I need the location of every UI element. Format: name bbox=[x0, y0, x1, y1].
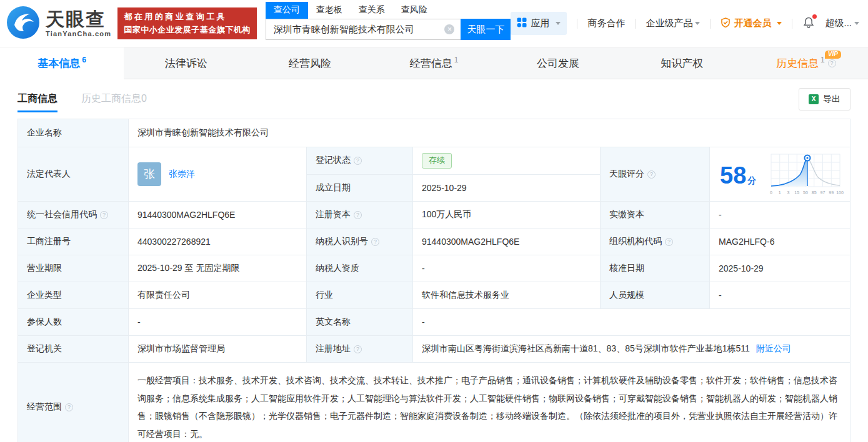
help-icon[interactable] bbox=[647, 170, 656, 179]
reg-number-label: 工商注册号 bbox=[18, 228, 129, 255]
table-subrow: 成立日期 2025-10-29 bbox=[307, 175, 600, 202]
taxpayer-quality-label: 纳税人资质 bbox=[307, 255, 413, 282]
svg-text:50: 50 bbox=[803, 190, 808, 195]
help-icon[interactable] bbox=[828, 59, 836, 67]
taxpayer-id-label: 纳税人识别号 bbox=[316, 236, 368, 247]
reg-status-label-cell: 登记状态 bbox=[307, 147, 413, 174]
english-name-value: - bbox=[413, 309, 850, 335]
tab-label: 基本信息 bbox=[37, 56, 80, 71]
tab-legal-proceedings[interactable]: 法律诉讼 bbox=[124, 47, 247, 79]
tab-label: 法律诉讼 bbox=[165, 56, 207, 71]
search-area: 查公司 查老板 查关系 查风险 天眼一下 bbox=[266, 2, 511, 40]
search-input[interactable] bbox=[266, 19, 461, 40]
help-icon[interactable] bbox=[100, 211, 108, 219]
tab-label: 经营风险 bbox=[289, 56, 331, 71]
tab-label: 历史信息 bbox=[776, 56, 819, 71]
score-label-cell: 天眼评分 bbox=[601, 147, 710, 201]
nav-super-vip[interactable]: 超级... bbox=[825, 17, 859, 29]
approval-date-value: 2025-10-29 bbox=[710, 255, 850, 282]
logo-subtitle: TianYanCha.com bbox=[46, 31, 111, 37]
apps-menu[interactable]: 应用 bbox=[511, 12, 567, 35]
reg-authority-value: 深圳市市场监督管理局 bbox=[129, 336, 307, 362]
logo-eye-icon bbox=[6, 6, 40, 42]
reg-address-cell: 深圳市南山区粤海街道滨海社区高新南十道81、83、85号深圳市软件产业基地1栋5… bbox=[413, 336, 850, 362]
approval-date-label: 核准日期 bbox=[601, 255, 710, 282]
help-icon[interactable] bbox=[65, 403, 73, 411]
table-row: 参保人数 - 英文名称 - bbox=[18, 309, 850, 336]
tab-intellectual-property[interactable]: 知识产权 bbox=[620, 47, 744, 79]
company-type-label: 企业类型 bbox=[18, 282, 129, 308]
reg-authority-label: 登记机关 bbox=[18, 336, 129, 362]
legal-rep-cell: 张 张崇洋 bbox=[129, 147, 307, 201]
status-date-column: 登记状态 存续 成立日期 2025-10-29 bbox=[307, 147, 601, 201]
open-vip-button[interactable]: 开通会员 bbox=[721, 17, 782, 29]
taxpayer-id-value: 91440300MAG2HLFQ6E bbox=[413, 228, 601, 255]
tab-basic-info[interactable]: 基本信息 6 bbox=[0, 47, 124, 79]
top-header: 天眼查 TianYanCha.com 都在用的商业查询工具 国家中小企业发展子基… bbox=[0, 0, 868, 47]
tab-count: 6 bbox=[82, 56, 86, 64]
chevron-down-icon bbox=[695, 22, 700, 25]
business-term-value: 2025-10-29 至 无固定期限 bbox=[129, 255, 307, 282]
help-icon[interactable] bbox=[371, 238, 379, 246]
business-scope-value: 一般经营项目：技术服务、技术开发、技术咨询、技术交流、技术转让、技术推广；电子产… bbox=[137, 366, 841, 442]
tab-label: 知识产权 bbox=[661, 56, 703, 71]
svg-text:100: 100 bbox=[836, 190, 844, 195]
company-section-tabs: 基本信息 6 法律诉讼 经营风险 经营信息 1 公司发展 知识产权 历史信息 1… bbox=[0, 47, 868, 79]
score-value: 58 分 bbox=[720, 164, 756, 187]
industry-label: 行业 bbox=[307, 282, 413, 308]
enterprise-label: 企业级产品 bbox=[646, 17, 692, 29]
avatar: 张 bbox=[137, 162, 161, 186]
staff-size-label: 人员规模 bbox=[601, 282, 710, 308]
search-tab-boss[interactable]: 查老板 bbox=[308, 2, 351, 19]
tab-label: 公司发展 bbox=[537, 56, 579, 71]
subtab-business-registration[interactable]: 工商信息 bbox=[17, 92, 57, 106]
status-badge: 存续 bbox=[422, 153, 452, 169]
subtab-history-registration[interactable]: 历史工商信息0 bbox=[81, 92, 147, 106]
reg-status-label: 登记状态 bbox=[316, 155, 351, 166]
tianyancha-logo[interactable]: 天眼查 TianYanCha.com bbox=[6, 6, 111, 42]
header-nav: 应用 商务合作 企业级产品 开通会员 bbox=[511, 12, 859, 35]
search-tab-relation[interactable]: 查关系 bbox=[351, 2, 393, 19]
table-subrow: 登记状态 存续 bbox=[307, 147, 600, 175]
org-code-value: MAG2HLFQ-6 bbox=[710, 228, 850, 255]
help-icon[interactable] bbox=[665, 238, 673, 246]
tab-history-info[interactable]: 历史信息 1 VIP bbox=[744, 47, 868, 79]
insured-count-value: - bbox=[129, 309, 307, 335]
tab-business-info[interactable]: 经营信息 1 bbox=[372, 47, 496, 79]
subtabs-row: 工商信息 历史工商信息0 导出 bbox=[17, 79, 851, 119]
crown-icon bbox=[721, 17, 731, 29]
table-row: 工商注册号 440300227268921 纳税人识别号 91440300MAG… bbox=[18, 228, 850, 255]
tab-operating-risk[interactable]: 经营风险 bbox=[248, 47, 372, 79]
excel-icon bbox=[809, 94, 819, 104]
score-distribution-chart: 0 1 3 15 50 85 97 99 100 bbox=[766, 150, 844, 201]
credit-code-label: 统一社会信用代码 bbox=[27, 209, 97, 220]
establish-date-value: 2025-10-29 bbox=[413, 175, 600, 202]
help-icon[interactable] bbox=[354, 211, 362, 219]
score-cell: 58 分 bbox=[710, 147, 850, 201]
reg-status-value-cell: 存续 bbox=[413, 147, 600, 174]
taxpayer-id-label-cell: 纳税人识别号 bbox=[307, 228, 413, 255]
nearby-companies-link[interactable]: 附近公司 bbox=[756, 343, 791, 355]
nav-enterprise-products[interactable]: 企业级产品 bbox=[646, 17, 700, 29]
tab-company-development[interactable]: 公司发展 bbox=[496, 47, 620, 79]
export-label: 导出 bbox=[823, 94, 841, 105]
notifications-button[interactable] bbox=[802, 16, 815, 31]
table-row: 企业名称 深圳市青睐创新智能技术有限公司 bbox=[18, 119, 850, 147]
svg-text:0: 0 bbox=[770, 190, 772, 195]
search-tabs: 查公司 查老板 查关系 查风险 bbox=[266, 2, 511, 19]
search-button[interactable]: 天眼一下 bbox=[461, 19, 511, 40]
search-tab-company[interactable]: 查公司 bbox=[266, 2, 308, 19]
export-button[interactable]: 导出 bbox=[799, 88, 851, 110]
basic-info-card: 工商信息 历史工商信息0 导出 企业名称 深圳市青睐创新智能技术有限公司 法定代… bbox=[0, 79, 868, 442]
svg-text:3: 3 bbox=[787, 190, 790, 195]
company-info-table: 企业名称 深圳市青睐创新智能技术有限公司 法定代表人 张 张崇洋 登记状态 存续 bbox=[17, 119, 851, 442]
divider bbox=[792, 19, 792, 29]
logo-title: 天眼查 bbox=[46, 10, 111, 29]
legal-rep-link[interactable]: 张崇洋 bbox=[169, 169, 195, 180]
svg-text:99: 99 bbox=[829, 190, 834, 195]
search-tab-risk[interactable]: 查风险 bbox=[393, 2, 436, 19]
nav-business-coop[interactable]: 商务合作 bbox=[587, 17, 625, 29]
help-icon[interactable] bbox=[354, 157, 362, 165]
promo-line2: 国家中小企业发展子基金旗下机构 bbox=[124, 24, 251, 36]
help-icon[interactable] bbox=[354, 345, 362, 353]
